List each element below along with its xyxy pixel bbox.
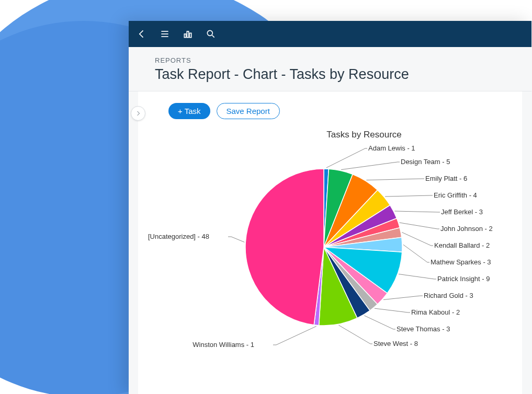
chart-label: Kendall Ballard - 2 <box>434 241 490 249</box>
chart-label: Winston Williams - 1 <box>193 341 254 349</box>
chart-label: [Uncategorized] - 48 <box>148 233 209 240</box>
svg-rect-3 <box>184 34 186 38</box>
menu-icon[interactable] <box>159 28 171 40</box>
chart-label: Adam Lewis - 1 <box>368 144 415 152</box>
chart-label: Jeff Berkel - 3 <box>441 208 483 216</box>
chart-label: Patrick Insight - 9 <box>437 275 490 283</box>
toolbar: + Task Save Report <box>138 91 522 124</box>
chart-label: Design Team - 5 <box>401 158 450 166</box>
search-icon[interactable] <box>205 28 217 40</box>
svg-rect-5 <box>189 33 191 37</box>
page-title: Task Report - Chart - Tasks by Resource <box>155 66 505 83</box>
chart-label: Steve West - 8 <box>373 340 418 347</box>
svg-rect-4 <box>187 31 188 38</box>
content-panel: + Task Save Report Tasks by Resource Ada… <box>138 91 522 394</box>
pie-chart <box>243 166 405 328</box>
chart-label: Rima Kaboul - 2 <box>411 308 460 316</box>
breadcrumb: REPORTS <box>155 56 505 64</box>
chart-label: Mathew Sparkes - 3 <box>431 258 491 266</box>
page-header: REPORTS Task Report - Chart - Tasks by R… <box>129 47 531 91</box>
chart-label: Steve Thomas - 3 <box>397 325 450 333</box>
chart-label: Eric Griffith - 4 <box>434 191 477 199</box>
back-icon[interactable] <box>136 28 148 40</box>
chart-label: Emily Platt - 6 <box>425 175 467 182</box>
save-report-button[interactable]: Save Report <box>217 103 280 119</box>
svg-line-7 <box>212 36 214 38</box>
chart-area: Tasks by Resource Adam Lewis - 1Design T… <box>138 130 522 360</box>
chart-icon[interactable] <box>182 28 194 40</box>
topbar <box>129 21 531 47</box>
chart-title: Tasks by Resource <box>206 130 522 140</box>
add-task-button[interactable]: + Task <box>168 103 210 119</box>
chart-label: John Johnson - 2 <box>440 225 493 233</box>
expand-sidebar-button[interactable] <box>131 106 145 121</box>
app-window: REPORTS Task Report - Chart - Tasks by R… <box>129 21 531 394</box>
svg-point-6 <box>207 30 212 36</box>
pie-slice[interactable] <box>245 169 324 325</box>
chart-label: Richard Gold - 3 <box>424 292 473 299</box>
